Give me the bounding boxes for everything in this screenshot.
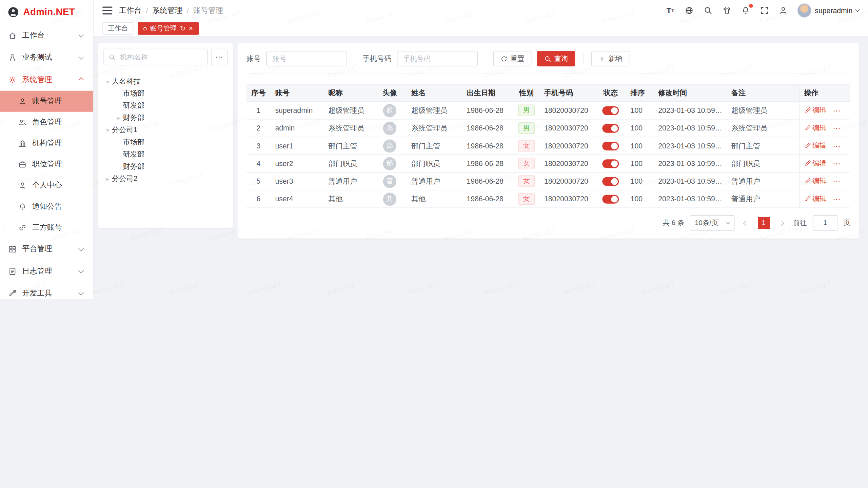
tree-more-button[interactable]: ⋯ [211,49,228,65]
tab-close-icon[interactable]: × [189,25,193,32]
account-icon[interactable] [778,5,788,15]
edit-button[interactable]: 编辑 [804,123,826,133]
sidebar-item-workbench[interactable]: 工作台 [0,24,93,46]
sidebar-item-devtools[interactable]: 开发工具 [0,282,93,299]
search-button[interactable]: 查询 [537,51,575,66]
cell-nickname: 部门主管 [324,137,373,155]
sidebar-item-system[interactable]: 系统管理 [0,68,93,90]
cell-account: user4 [271,190,324,208]
fullscreen-icon[interactable] [760,5,769,15]
page-size-select[interactable]: 10条/页 [690,215,734,231]
flask-icon [8,54,16,62]
phone-input[interactable] [397,51,478,66]
grid-icon [8,245,16,253]
account-input[interactable] [266,51,347,66]
more-actions-button[interactable]: ⋯ [833,106,841,115]
sidebar-item-logs[interactable]: 日志管理 [0,260,93,282]
tree-node[interactable]: ▸财务部 [103,112,228,124]
sidebar-item-label: 账号管理 [32,96,62,106]
status-toggle[interactable] [602,106,619,115]
reset-button[interactable]: 重置 [493,51,532,66]
more-actions-button[interactable]: ⋯ [833,195,841,204]
sidebar-item-platform[interactable]: 平台管理 [0,238,93,260]
sidebar-item-account[interactable]: 账号管理 [0,91,93,112]
breadcrumb-item[interactable]: 系统管理 [152,5,182,15]
status-toggle[interactable] [602,142,619,150]
tab-workbench[interactable]: 工作台 [102,22,133,35]
sidebar-item-profile[interactable]: 个人中心 [0,175,93,196]
app-logo[interactable]: Admin.NET [0,0,93,24]
edit-button[interactable]: 编辑 [804,176,826,186]
tree-node[interactable]: 市场部 [103,87,228,100]
font-size-icon[interactable]: TT [666,5,675,15]
user-menu[interactable]: superadmin [797,3,859,18]
tree-node[interactable]: ▾分公司1 [103,124,228,136]
org-search-input[interactable] [119,53,203,61]
cell-modified: 2023-01-03 10:59:44 [654,102,727,119]
tree-node[interactable]: ▾大名科技 [103,75,228,87]
cell-modified: 2023-01-03 10:59:44 [654,172,727,190]
tab-refresh-icon[interactable]: ↻ [180,25,185,32]
tree-node[interactable]: ▸分公司2 [103,172,228,185]
status-toggle[interactable] [602,159,619,168]
sidebar-item-thirdparty[interactable]: 三方账号 [0,217,93,238]
sidebar-item-position[interactable]: 职位管理 [0,154,93,175]
tree-node[interactable]: 研发部 [103,100,228,112]
edit-button[interactable]: 编辑 [804,105,826,115]
edit-button[interactable]: 编辑 [804,194,826,204]
prev-page-button[interactable] [740,217,752,229]
tree-node-label: 研发部 [123,149,144,159]
cell-phone: 18020030720 [540,172,595,190]
sidebar-item-business-test[interactable]: 业务测试 [0,46,93,68]
sidebar-item-notice[interactable]: 通知公告 [0,196,93,217]
cell-name: 系统管理员 [407,119,462,137]
tab-account-management[interactable]: 账号管理 ↻ × [138,22,199,35]
caret-down-icon[interactable]: ▾ [103,127,112,133]
edit-button[interactable]: 编辑 [804,141,826,150]
status-toggle[interactable] [602,195,619,203]
breadcrumb-item-current: 账号管理 [193,5,223,15]
status-toggle[interactable] [602,177,619,186]
notification-icon[interactable] [741,5,751,15]
briefcase-icon [18,160,26,168]
sidebar-item-label: 日志管理 [22,266,52,276]
sidebar-item-label: 系统管理 [22,75,52,84]
col-actions: 操作 [800,84,850,102]
sidebar-item-org[interactable]: 机构管理 [0,133,93,154]
sidebar-item-label: 角色管理 [32,117,62,127]
locale-icon[interactable] [684,5,694,15]
caret-right-icon[interactable]: ▸ [103,176,112,182]
account-label: 账号 [246,54,261,63]
more-actions-button[interactable]: ⋯ [833,124,841,133]
tree-node[interactable]: 研发部 [103,148,228,161]
add-button[interactable]: 新增 [591,51,630,66]
goto-page-input[interactable] [812,215,838,231]
edit-icon [804,107,811,114]
more-actions-button[interactable]: ⋯ [833,177,841,186]
theme-icon[interactable] [722,5,732,15]
cell-index: 3 [246,137,271,155]
logo-icon [8,7,19,18]
caret-down-icon[interactable]: ▾ [103,78,112,84]
caret-right-icon[interactable]: ▸ [115,115,123,121]
more-actions-button[interactable]: ⋯ [833,160,841,168]
search-icon[interactable] [703,5,713,15]
edit-button[interactable]: 编辑 [804,159,826,168]
sidebar-item-role[interactable]: 角色管理 [0,112,93,133]
status-toggle[interactable] [602,124,619,133]
page-number-current[interactable]: 1 [757,217,770,229]
notification-badge [749,4,753,7]
tree-node-label: 研发部 [123,101,144,110]
phone-label: 手机号码 [362,54,391,63]
cell-modified: 2023-01-03 10:59:44 [654,137,727,155]
next-page-button[interactable] [775,217,788,229]
tree-node[interactable]: 财务部 [103,160,228,172]
sidebar-item-label: 平台管理 [22,244,52,254]
breadcrumb-item[interactable]: 工作台 [119,5,141,15]
cell-order: 100 [626,155,654,172]
tree-node[interactable]: 市场部 [103,136,228,148]
cell-phone: 18020030720 [540,155,595,172]
menu-collapse-icon[interactable] [102,7,112,15]
sidebar-item-label: 机构管理 [32,138,62,148]
more-actions-button[interactable]: ⋯ [833,142,841,150]
